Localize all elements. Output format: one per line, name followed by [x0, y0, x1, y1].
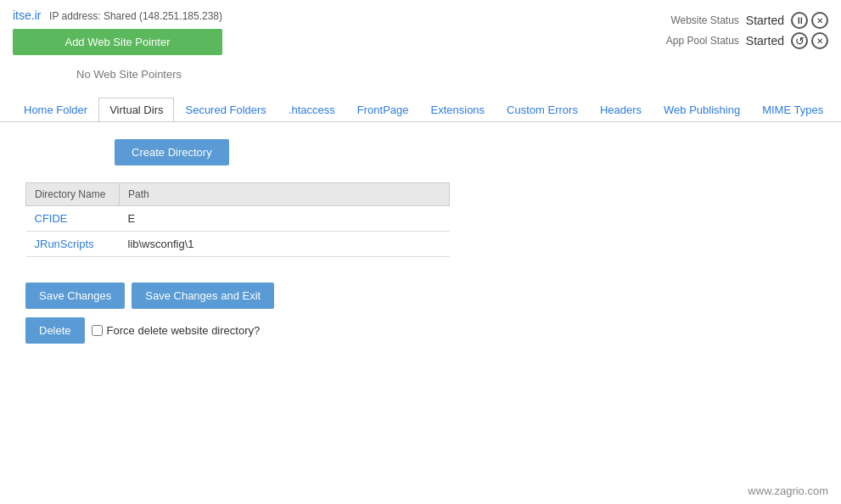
header-right: Website Status Started App Pool Status S… — [666, 8, 828, 49]
website-status-label: Website Status — [670, 14, 738, 26]
website-status-icons — [791, 12, 828, 29]
directory-table: Directory Name Path CFIDEEJRunScriptslib… — [25, 182, 450, 257]
tab-mime-types[interactable]: MIME Types — [751, 98, 834, 121]
header-left: itse.ir IP address: Shared (148.251.185.… — [13, 8, 222, 55]
tab-bar: Home Folder Virtual Dirs Secured Folders… — [0, 98, 841, 122]
site-info: itse.ir IP address: Shared (148.251.185.… — [13, 8, 222, 22]
tab-web-publishing[interactable]: Web Publishing — [653, 98, 751, 121]
apppool-status-value: Started — [746, 34, 784, 48]
footer: www.zagrio.com — [748, 484, 828, 497]
no-pointers-text: No Web Site Pointers — [0, 59, 841, 98]
save-changes-exit-button[interactable]: Save Changes and Exit — [132, 283, 274, 309]
website-status-row: Website Status Started — [670, 12, 828, 29]
tab-virtual-dirs[interactable]: Virtual Dirs — [98, 98, 174, 122]
website-status-value: Started — [746, 14, 784, 27]
apppool-stop-icon[interactable] — [811, 32, 828, 49]
brand-text: www.zagrio.com — [748, 484, 828, 497]
delete-row: Delete Force delete website directory? — [25, 317, 828, 344]
website-pause-icon[interactable] — [791, 12, 808, 29]
apppool-status-label: App Pool Status — [666, 35, 739, 47]
tab-custom-errors[interactable]: Custom Errors — [496, 98, 589, 121]
apppool-restart-icon[interactable]: ↺ — [791, 32, 808, 49]
tab-home-folder[interactable]: Home Folder — [13, 98, 98, 121]
table-row[interactable]: CFIDEE — [26, 206, 450, 232]
force-delete-checkbox[interactable] — [92, 325, 103, 336]
tab-frontpage[interactable]: FrontPage — [346, 98, 420, 121]
force-delete-text: Force delete website directory? — [107, 324, 261, 337]
site-link[interactable]: itse.ir — [13, 8, 41, 22]
add-web-site-pointer-button[interactable]: Add Web Site Pointer — [13, 29, 222, 55]
dir-path-cell: lib\wsconfig\1 — [120, 232, 450, 257]
save-changes-button[interactable]: Save Changes — [25, 283, 125, 309]
force-delete-label[interactable]: Force delete website directory? — [92, 324, 261, 337]
table-row[interactable]: JRunScriptslib\wsconfig\1 — [26, 232, 450, 257]
apppool-status-icons: ↺ — [791, 32, 828, 49]
delete-button[interactable]: Delete — [25, 317, 85, 344]
tab-headers[interactable]: Headers — [589, 98, 653, 121]
ip-address: IP address: Shared (148.251.185.238) — [49, 10, 222, 22]
apppool-status-row: App Pool Status Started ↺ — [666, 32, 828, 49]
header: itse.ir IP address: Shared (148.251.185.… — [0, 0, 841, 59]
tab-coldfusion[interactable]: ColdFusion — [834, 98, 841, 121]
col-header-dir-name: Directory Name — [26, 183, 120, 206]
dir-name-cell: JRunScripts — [26, 232, 120, 257]
tab-extensions[interactable]: Extensions — [420, 98, 496, 121]
tab-htaccess[interactable]: .htaccess — [278, 98, 346, 121]
website-stop-icon[interactable] — [811, 12, 828, 29]
dir-name-cell: CFIDE — [26, 206, 120, 232]
col-header-path: Path — [120, 183, 450, 206]
action-buttons: Save Changes Save Changes and Exit — [25, 283, 828, 309]
create-directory-button[interactable]: Create Directory — [115, 139, 229, 165]
dir-path-cell: E — [120, 206, 450, 232]
tab-secured-folders[interactable]: Secured Folders — [174, 98, 277, 121]
content-area: Create Directory Directory Name Path CFI… — [0, 122, 841, 361]
